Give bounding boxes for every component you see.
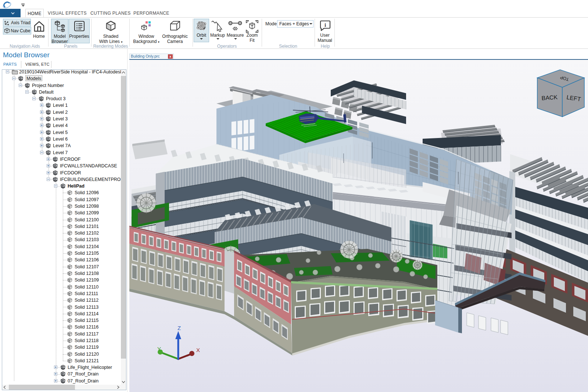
svg-text:BACK: BACK <box>541 94 558 101</box>
svg-text:Y: Y <box>157 346 161 352</box>
svg-text:i: i <box>325 22 326 28</box>
svg-text:Z: Z <box>178 325 181 331</box>
svg-text:X: X <box>196 347 200 353</box>
